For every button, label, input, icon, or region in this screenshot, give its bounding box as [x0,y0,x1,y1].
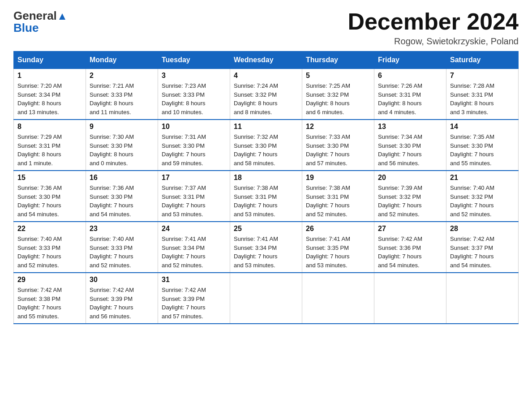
week-row-4: 22Sunrise: 7:40 AMSunset: 3:33 PMDayligh… [14,222,519,273]
day-number: 12 [306,123,370,131]
calendar-cell-w1d6: 6Sunrise: 7:26 AMSunset: 3:31 PMDaylight… [374,69,446,120]
calendar-cell-w3d5: 19Sunrise: 7:38 AMSunset: 3:31 PMDayligh… [302,171,374,222]
month-title: December 2024 [348,9,519,34]
day-number: 3 [162,72,226,80]
day-info: Sunrise: 7:39 AMSunset: 3:32 PMDaylight:… [378,184,442,218]
calendar-cell-w1d1: 1Sunrise: 7:20 AMSunset: 3:34 PMDaylight… [14,69,86,120]
calendar-cell-w3d3: 17Sunrise: 7:37 AMSunset: 3:31 PMDayligh… [158,171,230,222]
calendar-cell-w1d7: 7Sunrise: 7:28 AMSunset: 3:31 PMDaylight… [446,69,519,120]
week-row-2: 8Sunrise: 7:29 AMSunset: 3:31 PMDaylight… [14,120,519,171]
logo-blue: Blue [13,21,39,35]
calendar-cell-w4d5: 26Sunrise: 7:41 AMSunset: 3:35 PMDayligh… [302,222,374,273]
day-number: 6 [378,72,442,80]
calendar-cell-w2d5: 12Sunrise: 7:33 AMSunset: 3:30 PMDayligh… [302,120,374,171]
day-info: Sunrise: 7:28 AMSunset: 3:31 PMDaylight:… [450,81,515,116]
day-number: 28 [450,225,515,233]
day-info: Sunrise: 7:35 AMSunset: 3:30 PMDaylight:… [450,133,515,167]
day-info: Sunrise: 7:32 AMSunset: 3:30 PMDaylight:… [234,133,298,167]
day-info: Sunrise: 7:29 AMSunset: 3:31 PMDaylight:… [17,133,82,167]
day-info: Sunrise: 7:42 AMSunset: 3:39 PMDaylight:… [162,286,226,321]
day-number: 15 [17,174,82,182]
calendar-cell-w4d3: 24Sunrise: 7:41 AMSunset: 3:34 PMDayligh… [158,222,230,273]
day-number: 30 [90,276,154,284]
calendar-cell-w4d1: 22Sunrise: 7:40 AMSunset: 3:33 PMDayligh… [14,222,86,273]
calendar-cell-w4d6: 27Sunrise: 7:42 AMSunset: 3:36 PMDayligh… [374,222,446,273]
day-info: Sunrise: 7:40 AMSunset: 3:33 PMDaylight:… [17,235,82,270]
day-info: Sunrise: 7:24 AMSunset: 3:32 PMDaylight:… [234,81,298,116]
calendar-cell-w1d4: 4Sunrise: 7:24 AMSunset: 3:32 PMDaylight… [230,69,302,120]
week-row-5: 29Sunrise: 7:42 AMSunset: 3:38 PMDayligh… [14,273,519,324]
day-info: Sunrise: 7:38 AMSunset: 3:31 PMDaylight:… [306,184,370,218]
header-tuesday: Tuesday [158,51,230,69]
day-number: 9 [90,123,154,131]
calendar-cell-w1d2: 2Sunrise: 7:21 AMSunset: 3:33 PMDaylight… [86,69,158,120]
header-monday: Monday [86,51,158,69]
day-info: Sunrise: 7:40 AMSunset: 3:33 PMDaylight:… [90,235,154,270]
day-number: 2 [90,72,154,80]
day-number: 27 [378,225,442,233]
day-info: Sunrise: 7:42 AMSunset: 3:38 PMDaylight:… [17,286,82,321]
day-info: Sunrise: 7:41 AMSunset: 3:34 PMDaylight:… [162,235,226,270]
week-row-3: 15Sunrise: 7:36 AMSunset: 3:30 PMDayligh… [14,171,519,222]
week-row-1: 1Sunrise: 7:20 AMSunset: 3:34 PMDaylight… [14,69,519,120]
day-number: 22 [17,225,82,233]
calendar-cell-w2d4: 11Sunrise: 7:32 AMSunset: 3:30 PMDayligh… [230,120,302,171]
header-row: SundayMondayTuesdayWednesdayThursdayFrid… [14,51,519,69]
day-number: 8 [17,123,82,131]
logo-triangle-icon [57,12,67,21]
day-info: Sunrise: 7:34 AMSunset: 3:30 PMDaylight:… [378,133,442,167]
day-info: Sunrise: 7:23 AMSunset: 3:33 PMDaylight:… [162,81,226,116]
day-info: Sunrise: 7:42 AMSunset: 3:37 PMDaylight:… [450,235,515,270]
calendar-cell-w3d6: 20Sunrise: 7:39 AMSunset: 3:32 PMDayligh… [374,171,446,222]
svg-marker-0 [59,13,65,20]
calendar-header: SundayMondayTuesdayWednesdayThursdayFrid… [14,51,519,69]
header-friday: Friday [374,51,446,69]
day-info: Sunrise: 7:38 AMSunset: 3:31 PMDaylight:… [234,184,298,218]
day-number: 4 [234,72,298,80]
header-saturday: Saturday [446,51,519,69]
calendar-cell-w5d1: 29Sunrise: 7:42 AMSunset: 3:38 PMDayligh… [14,273,86,324]
calendar-cell-w4d2: 23Sunrise: 7:40 AMSunset: 3:33 PMDayligh… [86,222,158,273]
day-info: Sunrise: 7:30 AMSunset: 3:30 PMDaylight:… [90,133,154,167]
day-info: Sunrise: 7:36 AMSunset: 3:30 PMDaylight:… [17,184,82,218]
calendar-cell-w1d5: 5Sunrise: 7:25 AMSunset: 3:32 PMDaylight… [302,69,374,120]
day-info: Sunrise: 7:37 AMSunset: 3:31 PMDaylight:… [162,184,226,218]
day-number: 19 [306,174,370,182]
calendar-cell-w1d3: 3Sunrise: 7:23 AMSunset: 3:33 PMDaylight… [158,69,230,120]
header-wednesday: Wednesday [230,51,302,69]
day-info: Sunrise: 7:25 AMSunset: 3:32 PMDaylight:… [306,81,370,116]
calendar-cell-w5d4 [230,273,302,324]
day-info: Sunrise: 7:33 AMSunset: 3:30 PMDaylight:… [306,133,370,167]
day-number: 23 [90,225,154,233]
day-number: 5 [306,72,370,80]
day-info: Sunrise: 7:20 AMSunset: 3:34 PMDaylight:… [17,81,82,116]
day-info: Sunrise: 7:26 AMSunset: 3:31 PMDaylight:… [378,81,442,116]
day-info: Sunrise: 7:36 AMSunset: 3:30 PMDaylight:… [90,184,154,218]
calendar-cell-w3d2: 16Sunrise: 7:36 AMSunset: 3:30 PMDayligh… [86,171,158,222]
day-info: Sunrise: 7:41 AMSunset: 3:35 PMDaylight:… [306,235,370,270]
day-number: 26 [306,225,370,233]
calendar-cell-w4d4: 25Sunrise: 7:41 AMSunset: 3:34 PMDayligh… [230,222,302,273]
header-thursday: Thursday [302,51,374,69]
day-number: 21 [450,174,515,182]
calendar-cell-w5d7 [446,273,519,324]
day-number: 24 [162,225,226,233]
day-number: 25 [234,225,298,233]
calendar-cell-w3d7: 21Sunrise: 7:40 AMSunset: 3:32 PMDayligh… [446,171,519,222]
calendar-body: 1Sunrise: 7:20 AMSunset: 3:34 PMDaylight… [14,69,519,324]
day-number: 1 [17,72,82,80]
page-header: General Blue December 2024 Rogow, Swieto… [13,9,519,47]
day-number: 18 [234,174,298,182]
location: Rogow, Swietokrzyskie, Poland [348,36,519,47]
day-number: 10 [162,123,226,131]
day-number: 16 [90,174,154,182]
logo: General Blue [13,9,67,35]
day-info: Sunrise: 7:41 AMSunset: 3:34 PMDaylight:… [234,235,298,270]
calendar-cell-w3d4: 18Sunrise: 7:38 AMSunset: 3:31 PMDayligh… [230,171,302,222]
calendar-table: SundayMondayTuesdayWednesdayThursdayFrid… [13,51,519,324]
day-number: 31 [162,276,226,284]
calendar-cell-w2d2: 9Sunrise: 7:30 AMSunset: 3:30 PMDaylight… [86,120,158,171]
calendar-cell-w2d3: 10Sunrise: 7:31 AMSunset: 3:30 PMDayligh… [158,120,230,171]
day-number: 29 [17,276,82,284]
calendar-cell-w5d3: 31Sunrise: 7:42 AMSunset: 3:39 PMDayligh… [158,273,230,324]
